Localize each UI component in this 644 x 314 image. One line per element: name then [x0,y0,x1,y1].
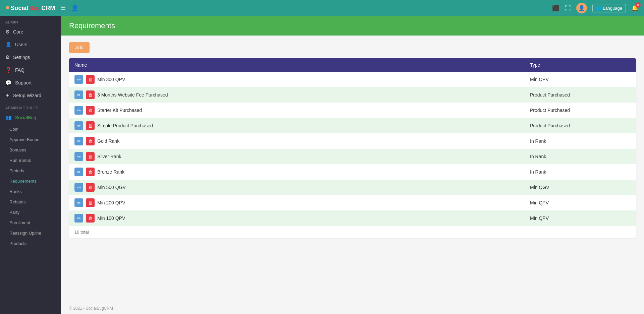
row-name-cell: ✏ 🗑 Gold Rank [74,137,530,145]
fullscreen-icon[interactable]: ⛶ [565,5,571,12]
delete-button[interactable]: 🗑 [86,90,95,99]
edit-button[interactable]: ✏ [74,90,83,99]
edit-button[interactable]: ✏ [74,137,83,145]
sidebar-item-users[interactable]: 👤 Users [0,38,61,51]
delete-button[interactable]: 🗑 [86,168,95,176]
sidebar-sub-item-reassign-upline[interactable]: Reassign Upline [0,228,61,238]
row-type-cell: Product Purchased [530,108,631,113]
support-icon: 💬 [5,80,12,86]
delete-button[interactable]: 🗑 [86,106,95,115]
sidebar-item-core[interactable]: ⚙ Core [0,25,61,38]
sidebar-item-support[interactable]: 💬 Support [0,76,61,89]
row-type-cell: Min QPV [530,77,631,82]
add-button[interactable]: Add [69,42,90,53]
total-count: 10 total [74,230,89,235]
table-row: ✏ 🗑 Min 500 QGV Min QGV [69,180,636,195]
table-row: ✏ 🗑 Min 200 QPV Min QPV [69,195,636,210]
sidebar-item-setup-wizard[interactable]: ✦ Setup Wizard [0,89,61,102]
row-name-cell: ✏ 🗑 Min 200 QPV [74,198,530,207]
sidebar-sub-item-enrollment[interactable]: Enrollment [0,217,61,228]
row-name-text: Gold Rank [97,138,119,144]
sidebar-socialbug-label: SocialBug [15,115,36,120]
sidebar-sub-item-periods[interactable]: Periods [0,166,61,176]
sidebar-item-socialbug[interactable]: 👥 SocialBug [0,111,61,124]
row-type-cell: Min QPV [530,215,631,221]
page-header: Requirements [61,16,644,36]
sidebar-sub-item-party[interactable]: Party [0,207,61,217]
table-row: ✏ 🗑 Silver Rank In Rank [69,149,636,164]
logo-bug: Bug [29,5,41,12]
signout-icon[interactable]: ⬛ [552,4,559,12]
main-content: Requirements Add Name Type ✏ 🗑 Min 300 Q… [61,16,644,314]
sidebar-item-faq[interactable]: ❓ FAQ [0,64,61,76]
page-title: Requirements [69,21,636,30]
row-type-cell: In Rank [530,169,631,175]
delete-button[interactable]: 🗑 [86,152,95,161]
language-button[interactable]: 🌐 Language [592,4,626,12]
row-name-text: Starter Kit Purchased [97,108,142,113]
user-icon[interactable]: 👤 [71,4,78,12]
sidebar-sub-item-bonuses[interactable]: Bonuses [0,145,61,155]
sidebar-item-settings[interactable]: ⚙ Settings [0,51,61,64]
table-row: ✏ 🗑 Min 100 QPV Min QPV [69,210,636,226]
logo-crm: CRM [41,5,55,12]
row-type-cell: Product Purchased [530,92,631,98]
sidebar-sub-run-bonus-label: Run Bonus [9,158,31,163]
column-type: Type [530,62,631,68]
table-footer: 10 total [69,226,636,238]
edit-button[interactable]: ✏ [74,168,83,176]
delete-button[interactable]: 🗑 [86,198,95,207]
menu-icon[interactable]: ☰ [60,4,66,12]
row-type-cell: Min QGV [530,185,631,190]
sidebar-item-support-label: Support [15,80,32,85]
delete-button[interactable]: 🗑 [86,137,95,145]
avatar[interactable]: 👤 [576,3,587,13]
row-name-cell: ✏ 🗑 Silver Rank [74,152,530,161]
sidebar-sub-ranks-label: Ranks [9,189,22,194]
row-name-cell: ✏ 🗑 Min 100 QPV [74,214,530,223]
edit-button[interactable]: ✏ [74,214,83,223]
sidebar-sub-item-run-bonus[interactable]: Run Bonus [0,155,61,166]
edit-button[interactable]: ✏ [74,75,83,84]
table-header: Name Type [69,58,636,72]
edit-button[interactable]: ✏ [74,106,83,115]
row-type-cell: Product Purchased [530,123,631,128]
edit-button[interactable]: ✏ [74,152,83,161]
sidebar-sub-products-label: Products [9,241,26,246]
notification-bell[interactable]: 🔔 0 [631,4,639,12]
layout: Admin ⚙ Core 👤 Users ⚙ Settings ❓ FAQ 💬 … [0,16,644,314]
row-name-text: Bronze Rank [97,169,124,175]
table-row: ✏ 🗑 3 Months Website Fee Purchased Produ… [69,87,636,103]
sidebar-sub-item-products[interactable]: Products [0,238,61,249]
table-rows: ✏ 🗑 Min 300 QPV Min QPV ✏ 🗑 3 Months Web… [69,72,636,226]
topnav-left: ● Social Bug CRM ☰ 👤 [5,4,78,12]
row-type-cell: In Rank [530,138,631,144]
page-body: Add Name Type ✏ 🗑 Min 300 QPV Min QPV ✏ … [61,36,644,303]
row-name-cell: ✏ 🗑 3 Months Website Fee Purchased [74,90,530,99]
sidebar: Admin ⚙ Core 👤 Users ⚙ Settings ❓ FAQ 💬 … [0,16,61,314]
delete-button[interactable]: 🗑 [86,75,95,84]
edit-button[interactable]: ✏ [74,198,83,207]
logo-social: Social [10,5,28,12]
sidebar-item-core-label: Core [13,29,23,35]
copyright-text: © 2021 - SocialBugCRM [69,306,113,311]
sidebar-sub-item-ranks[interactable]: Ranks [0,186,61,197]
sidebar-sub-party-label: Party [9,210,19,215]
edit-button[interactable]: ✏ [74,121,83,130]
sidebar-sub-reassign-upline-label: Reassign Upline [9,231,41,236]
sidebar-sub-item-rebates[interactable]: Rebates [0,197,61,207]
table-row: ✏ 🗑 Simple Product Purchased Product Pur… [69,118,636,133]
sidebar-sub-item-coin[interactable]: Coin [0,124,61,134]
sidebar-sub-item-approve-bonus[interactable]: Approve Bonus [0,134,61,145]
edit-button[interactable]: ✏ [74,183,83,192]
row-name-text: Min 300 QPV [97,77,125,82]
delete-button[interactable]: 🗑 [86,121,95,130]
row-type-cell: Min QPV [530,200,631,205]
row-type-cell: In Rank [530,154,631,159]
delete-button[interactable]: 🗑 [86,183,95,192]
delete-button[interactable]: 🗑 [86,214,95,223]
sidebar-sub-item-requirements[interactable]: Requirements [0,176,61,186]
logo-dot: ● [5,3,10,12]
row-name-cell: ✏ 🗑 Starter Kit Purchased [74,106,530,115]
sidebar-sub-approve-bonus-label: Approve Bonus [9,137,39,142]
